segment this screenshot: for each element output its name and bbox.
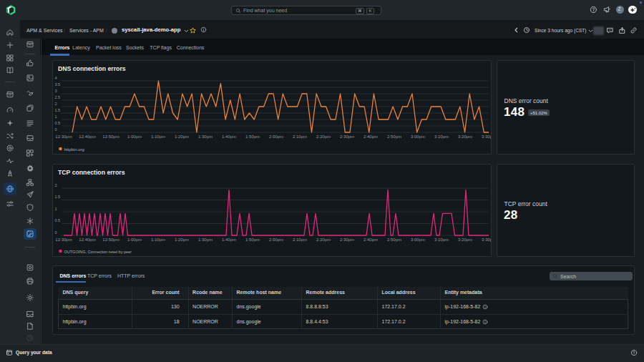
svg-text:1:50pm: 1:50pm [245, 134, 260, 139]
svg-text:3:20pm: 3:20pm [458, 238, 472, 242]
svg-text:0: 0 [55, 230, 57, 235]
svg-text:12:30pm: 12:30pm [55, 134, 72, 139]
svg-text:2:20pm: 2:20pm [316, 238, 331, 242]
svg-text:12:40pm: 12:40pm [79, 134, 95, 139]
svg-text:httpbin.org: httpbin.org [64, 147, 84, 152]
svg-text:2:00pm: 2:00pm [269, 238, 283, 242]
svg-text:2:10pm: 2:10pm [293, 134, 307, 139]
svg-text:3: 3 [55, 89, 57, 93]
svg-text:2:00pm: 2:00pm [269, 134, 283, 139]
svg-text:1.5: 1.5 [55, 195, 61, 199]
svg-text:2:10pm: 2:10pm [293, 238, 307, 242]
svg-text:12:50pm: 12:50pm [102, 134, 119, 139]
svg-text:1:20pm: 1:20pm [175, 134, 189, 139]
svg-text:2:50pm: 2:50pm [387, 134, 401, 139]
svg-text:0.5: 0.5 [55, 218, 61, 222]
svg-text:2:30pm: 2:30pm [340, 134, 354, 139]
svg-text:2:40pm: 2:40pm [364, 238, 378, 242]
svg-text:3:00pm: 3:00pm [411, 134, 425, 139]
svg-text:2.5: 2.5 [55, 95, 61, 99]
svg-text:1:40pm: 1:40pm [222, 134, 236, 139]
svg-text:3:30pm: 3:30pm [482, 134, 492, 139]
svg-text:3:00pm: 3:00pm [411, 238, 425, 242]
svg-text:1:30pm: 1:30pm [198, 238, 213, 242]
svg-text:1: 1 [55, 207, 57, 211]
svg-text:4: 4 [55, 76, 57, 80]
svg-text:2:20pm: 2:20pm [316, 134, 331, 139]
svg-text:3.5: 3.5 [55, 82, 61, 87]
svg-text:1:20pm: 1:20pm [175, 238, 189, 242]
svg-text:1: 1 [55, 114, 57, 119]
svg-text:2: 2 [55, 102, 57, 106]
svg-text:1:40pm: 1:40pm [222, 238, 236, 242]
svg-text:1:10pm: 1:10pm [151, 238, 165, 242]
svg-text:12:30pm: 12:30pm [55, 238, 72, 242]
svg-text:1:10pm: 1:10pm [151, 134, 165, 139]
svg-text:1:50pm: 1:50pm [245, 238, 260, 242]
svg-text:1:00pm: 1:00pm [127, 238, 142, 242]
svg-text:1.5: 1.5 [55, 108, 61, 112]
svg-text:3:30pm: 3:30pm [482, 238, 492, 242]
svg-text:DNS connection errors: DNS connection errors [58, 65, 126, 72]
svg-text:3:10pm: 3:10pm [434, 134, 449, 139]
svg-text:2:40pm: 2:40pm [364, 134, 378, 139]
svg-text:1:00pm: 1:00pm [127, 134, 142, 139]
svg-text:1:30pm: 1:30pm [198, 134, 213, 139]
svg-text:TCP connection errors: TCP connection errors [58, 169, 125, 176]
svg-text:2: 2 [55, 183, 57, 187]
svg-text:12:50pm: 12:50pm [102, 238, 119, 242]
svg-text:3:10pm: 3:10pm [434, 238, 449, 242]
svg-text:2:30pm: 2:30pm [340, 238, 354, 242]
svg-text:0.5: 0.5 [55, 121, 61, 125]
svg-text:OUTGOING, Connection reset by: OUTGOING, Connection reset by peer [64, 250, 132, 254]
svg-text:2:50pm: 2:50pm [387, 238, 401, 242]
svg-text:12:40pm: 12:40pm [79, 238, 95, 242]
svg-text:3:20pm: 3:20pm [458, 134, 472, 139]
svg-text:0: 0 [55, 127, 57, 132]
